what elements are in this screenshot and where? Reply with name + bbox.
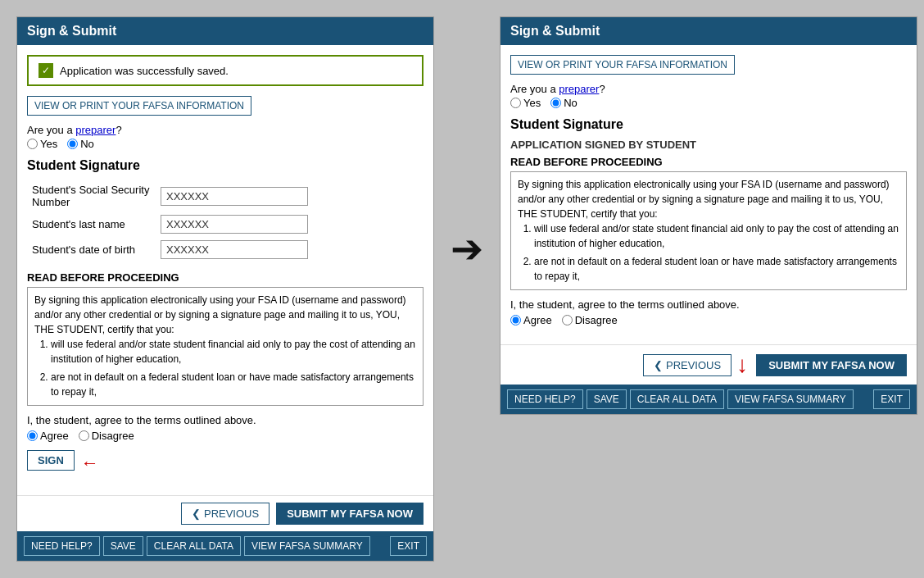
preparer-label: Are you a xyxy=(27,124,73,136)
preparer-radio-group: Yes No xyxy=(27,138,424,150)
ssn-input[interactable] xyxy=(161,187,308,206)
left-need-help-button[interactable]: NEED HELP? xyxy=(24,536,100,556)
right-need-help-button[interactable]: NEED HELP? xyxy=(507,389,583,409)
left-nav-buttons: ❮ PREVIOUS SUBMIT MY FAFSA NOW xyxy=(17,495,433,531)
right-agree-text: I, the student, agree to the terms outli… xyxy=(510,298,740,311)
right-disagree-label: Disagree xyxy=(575,314,618,326)
right-panel-body: VIEW OR PRINT YOUR FAFSA INFORMATION Are… xyxy=(500,45,917,344)
preparer-question: Are you a preparer? Yes No xyxy=(27,124,424,150)
right-view-summary-button[interactable]: VIEW FAFSA SUMMARY xyxy=(727,389,854,409)
left-panel: Sign & Submit ✓ Application was successf… xyxy=(16,16,434,562)
view-print-button[interactable]: VIEW OR PRINT YOUR FAFSA INFORMATION xyxy=(27,96,251,116)
right-yes-label: Yes xyxy=(523,97,541,109)
no-radio[interactable] xyxy=(67,139,78,149)
right-agree-radio-label[interactable]: Agree xyxy=(510,314,552,326)
ssn-label: Student's Social Security Number xyxy=(29,181,156,211)
left-view-summary-button[interactable]: VIEW FAFSA SUMMARY xyxy=(244,536,370,556)
right-preparer-label: Are you a xyxy=(510,83,556,95)
right-scroll-list: will use federal and/or state student fi… xyxy=(518,221,899,290)
last-name-label: Student's last name xyxy=(29,212,156,236)
agree-section: I, the student, agree to the terms outli… xyxy=(27,414,424,442)
list-item: will use federal and/or state student fi… xyxy=(534,221,899,251)
success-checkbox-icon: ✓ xyxy=(38,63,53,78)
list-item: will use federal and/or state student fi… xyxy=(51,337,416,366)
right-panel-title: Sign & Submit xyxy=(510,24,600,38)
right-yes-radio-label[interactable]: Yes xyxy=(510,97,541,109)
submit-arrow-icon: ↓ xyxy=(736,352,748,378)
sign-row: SIGN ← xyxy=(27,450,424,476)
student-signature-title: Student Signature xyxy=(27,158,424,173)
right-terms-scroll-box[interactable]: By signing this application electronical… xyxy=(510,171,907,290)
yes-radio-label[interactable]: Yes xyxy=(27,138,57,150)
preparer-link[interactable]: preparer xyxy=(75,124,116,136)
left-submit-button[interactable]: SUBMIT MY FAFSA NOW xyxy=(276,503,424,525)
disagree-label: Disagree xyxy=(92,430,134,442)
right-no-radio[interactable] xyxy=(550,98,561,108)
right-exit-button[interactable]: EXIT xyxy=(873,389,910,409)
right-submit-button[interactable]: SUBMIT MY FAFSA NOW xyxy=(756,354,907,376)
disagree-radio-label[interactable]: Disagree xyxy=(79,430,134,442)
success-notification: ✓ Application was successfully saved. xyxy=(27,55,424,86)
yes-radio[interactable] xyxy=(27,139,38,149)
left-panel-body: ✓ Application was successfully saved. VI… xyxy=(17,45,433,495)
right-panel: Sign & Submit VIEW OR PRINT YOUR FAFSA I… xyxy=(500,16,917,415)
right-preparer-radio-group: Yes No xyxy=(510,97,907,109)
right-clear-all-button[interactable]: CLEAR ALL DATA xyxy=(630,389,724,409)
left-bottom-bar: NEED HELP? SAVE CLEAR ALL DATA VIEW FAFS… xyxy=(17,531,433,561)
right-no-radio-label[interactable]: No xyxy=(550,97,578,109)
last-name-input[interactable] xyxy=(161,215,308,234)
right-agree-section: I, the student, agree to the terms outli… xyxy=(510,298,907,326)
right-yes-radio[interactable] xyxy=(510,98,521,108)
agree-label: Agree xyxy=(40,430,69,442)
disagree-radio[interactable] xyxy=(79,430,89,441)
left-panel-header: Sign & Submit xyxy=(17,17,433,45)
agree-radio[interactable] xyxy=(27,430,38,441)
list-item: do not owe money back on a federal stude… xyxy=(534,287,899,290)
right-disagree-radio-label[interactable]: Disagree xyxy=(562,314,618,326)
transition-arrow: ➔ xyxy=(451,225,483,271)
list-item: are not in default on a federal student … xyxy=(534,254,899,284)
right-nav-buttons: ❮ PREVIOUS ↓ SUBMIT MY FAFSA NOW xyxy=(500,344,917,385)
list-item: are not in default on a federal student … xyxy=(51,370,416,399)
right-view-print-button[interactable]: VIEW OR PRINT YOUR FAFSA INFORMATION xyxy=(510,55,735,75)
preparer-suffix: ? xyxy=(116,124,121,136)
right-bottom-bar: NEED HELP? SAVE CLEAR ALL DATA VIEW FAFS… xyxy=(500,385,917,414)
terms-scroll-box[interactable]: By signing this application electronical… xyxy=(27,287,424,406)
app-signed-label: APPLICATION SIGNED BY STUDENT xyxy=(510,139,907,151)
right-preparer-suffix: ? xyxy=(599,83,605,95)
agree-radio-label[interactable]: Agree xyxy=(27,430,69,442)
right-read-before-title: READ BEFORE PROCEEDING xyxy=(510,156,907,168)
right-arrow-icon: ➔ xyxy=(451,225,483,271)
dob-input[interactable] xyxy=(161,240,308,259)
right-save-button[interactable]: SAVE xyxy=(587,389,627,409)
student-info-form: Student's Social Security Number Student… xyxy=(27,180,424,263)
right-scroll-intro: By signing this application electronical… xyxy=(518,177,899,221)
right-agree-radio[interactable] xyxy=(510,315,521,325)
ssn-row: Student's Social Security Number xyxy=(29,181,422,211)
right-disagree-radio[interactable] xyxy=(562,315,573,325)
success-message: Application was successfully saved. xyxy=(60,65,229,77)
dob-row: Student's date of birth xyxy=(29,238,422,262)
right-preparer-question: Are you a preparer? Yes No xyxy=(510,83,907,109)
no-label: No xyxy=(80,138,94,150)
agree-radio-group: Agree Disagree xyxy=(27,430,424,442)
list-item: do not owe money back on a federal stude… xyxy=(51,403,416,406)
no-radio-label[interactable]: No xyxy=(67,138,94,150)
right-agree-radio-group: Agree Disagree xyxy=(510,314,907,326)
left-exit-button[interactable]: EXIT xyxy=(390,536,427,556)
right-panel-header: Sign & Submit xyxy=(500,17,917,45)
last-name-row: Student's last name xyxy=(29,212,422,236)
scroll-list: will use federal and/or state student fi… xyxy=(34,337,416,406)
right-previous-button[interactable]: ❮ PREVIOUS xyxy=(643,354,732,376)
sign-button[interactable]: SIGN xyxy=(27,450,75,471)
right-preparer-link[interactable]: preparer xyxy=(559,83,599,95)
left-previous-button[interactable]: ❮ PREVIOUS xyxy=(181,503,270,525)
left-clear-all-button[interactable]: CLEAR ALL DATA xyxy=(147,536,241,556)
sign-arrow-icon: ← xyxy=(81,453,99,474)
read-before-title: READ BEFORE PROCEEDING xyxy=(27,271,424,284)
left-save-button[interactable]: SAVE xyxy=(103,536,143,556)
right-student-signature-title: Student Signature xyxy=(510,117,907,132)
right-no-label: No xyxy=(564,97,578,109)
agree-text: I, the student, agree to the terms outli… xyxy=(27,414,256,426)
scroll-intro: By signing this application electronical… xyxy=(34,293,416,337)
